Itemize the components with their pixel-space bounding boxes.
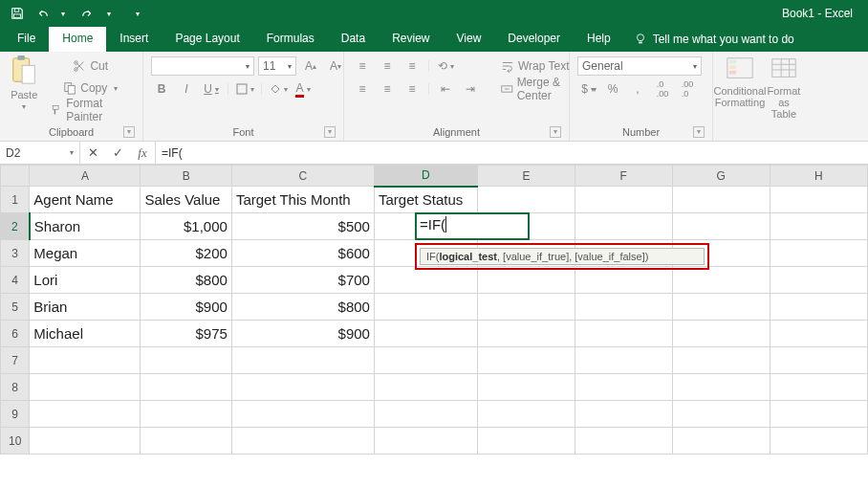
tab-data[interactable]: Data [328,27,379,52]
cell-E4[interactable] [477,267,575,294]
cell-H3[interactable] [770,240,867,267]
cell-C1[interactable]: Target This Month [231,187,374,213]
cell-G1[interactable] [672,187,770,213]
cell-B5[interactable]: $900 [141,294,231,321]
worksheet-grid[interactable]: A B C D E F G H 1Agent NameSales ValueTa… [0,165,868,455]
tab-developer[interactable]: Developer [494,27,574,52]
row-header-7[interactable]: 7 [1,347,30,374]
cell-F8[interactable] [575,374,672,401]
cell-E6[interactable] [477,321,575,347]
cell-F9[interactable] [575,401,672,428]
number-format-combo[interactable]: General▾ [577,56,702,76]
cell-C6[interactable]: $900 [231,321,374,347]
cell-G5[interactable] [672,294,770,321]
redo-dropdown[interactable]: ▾ [98,2,120,25]
number-dialog-launcher[interactable]: ▾ [693,126,705,138]
cell-A8[interactable] [30,374,141,401]
cell-F5[interactable] [575,294,672,321]
cell-H1[interactable] [770,187,867,213]
cell-B6[interactable]: $975 [141,321,231,347]
cell-F2[interactable] [575,213,672,240]
cell-F6[interactable] [575,321,672,347]
cell-D8[interactable] [374,374,477,401]
cell-B4[interactable]: $800 [141,267,231,294]
alignment-dialog-launcher[interactable]: ▾ [550,126,561,138]
clipboard-dialog-launcher[interactable]: ▾ [123,126,135,138]
cell-C10[interactable] [231,428,374,455]
cut-button[interactable]: Cut [46,56,135,76]
col-header-C[interactable]: C [231,166,374,187]
col-header-A[interactable]: A [30,166,141,187]
cell-E8[interactable] [477,374,575,401]
cell-F4[interactable] [575,267,672,294]
accounting-format-button[interactable]: $ [577,79,598,99]
cell-A4[interactable]: Lori [30,267,141,294]
cell-A5[interactable]: Brian [30,294,141,321]
percent-format-button[interactable]: % [602,79,623,99]
cell-F10[interactable] [575,428,672,455]
tab-formulas[interactable]: Formulas [253,27,328,52]
redo-button[interactable] [76,2,99,25]
font-color-button[interactable]: A [293,79,314,99]
cell-C7[interactable] [231,347,374,374]
tab-insert[interactable]: Insert [106,27,162,52]
decrease-decimal-button[interactable]: .00.0 [677,79,698,99]
cell-H5[interactable] [770,294,867,321]
cell-G9[interactable] [672,401,770,428]
align-left-button[interactable]: ≡ [352,79,373,99]
cell-B1[interactable]: Sales Value [141,187,231,213]
cell-E9[interactable] [477,401,575,428]
undo-button[interactable] [31,2,54,25]
col-header-G[interactable]: G [672,166,770,187]
cell-E7[interactable] [477,347,575,374]
select-all-corner[interactable] [1,166,30,187]
decrease-indent-button[interactable]: ⇤ [435,79,456,99]
cell-B9[interactable] [141,401,231,428]
paste-button[interactable]: Paste ▾ [8,55,40,111]
cell-C8[interactable] [231,374,374,401]
cell-G8[interactable] [672,374,770,401]
col-header-H[interactable]: H [770,166,867,187]
cell-E5[interactable] [477,294,575,321]
italic-button[interactable]: I [176,79,197,99]
cell-H2[interactable] [770,213,867,240]
cell-D6[interactable] [374,321,477,347]
conditional-formatting-button[interactable]: Conditional Formatting [721,55,759,108]
fill-color-button[interactable] [268,79,289,99]
save-button[interactable] [6,2,29,25]
align-right-button[interactable]: ≡ [401,79,423,99]
cell-A9[interactable] [30,401,141,428]
tab-help[interactable]: Help [574,27,624,52]
cell-G7[interactable] [672,347,770,374]
col-header-F[interactable]: F [575,166,672,187]
format-as-table-button[interactable]: Format as Table [765,55,803,120]
cell-A6[interactable]: Michael [30,321,141,347]
row-header-9[interactable]: 9 [1,401,30,428]
cell-D10[interactable] [374,428,477,455]
cell-E1[interactable] [477,187,575,213]
font-size-combo[interactable]: 11▾ [258,56,296,76]
cell-C4[interactable]: $700 [231,267,374,294]
tab-view[interactable]: View [444,27,495,52]
cell-A7[interactable] [30,347,141,374]
cell-F7[interactable] [575,347,672,374]
col-header-D[interactable]: D [374,166,477,187]
cell-B10[interactable] [141,428,231,455]
align-center-button[interactable]: ≡ [377,79,398,99]
align-middle-button[interactable]: ≡ [377,56,398,76]
cell-C2[interactable]: $500 [231,213,374,240]
align-bottom-button[interactable]: ≡ [401,56,423,76]
tell-me-search[interactable]: Tell me what you want to do [624,27,804,52]
cell-E2[interactable] [477,213,575,240]
cell-E10[interactable] [477,428,575,455]
align-top-button[interactable]: ≡ [352,56,373,76]
tab-home[interactable]: Home [49,27,106,52]
tab-page-layout[interactable]: Page Layout [162,27,252,52]
bold-button[interactable]: B [151,79,172,99]
cell-B7[interactable] [141,347,231,374]
font-dialog-launcher[interactable]: ▾ [324,126,336,138]
cell-G2[interactable] [672,213,770,240]
enter-edit-button[interactable]: ✓ [105,142,130,164]
qat-customize[interactable]: ▾ [126,2,149,25]
cell-H6[interactable] [770,321,867,347]
